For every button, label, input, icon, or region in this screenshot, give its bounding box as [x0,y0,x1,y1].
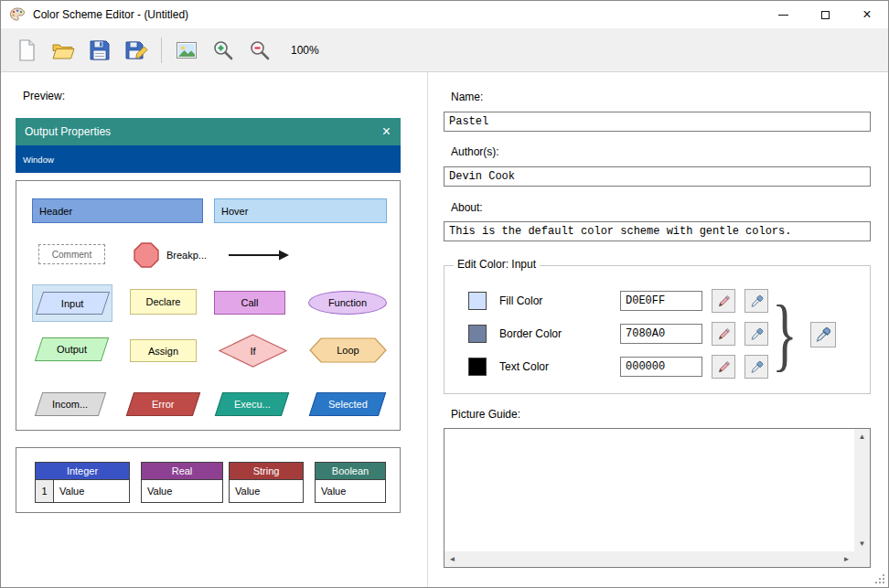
shape-if[interactable]: If [219,334,287,368]
table-real-header[interactable]: Real [142,463,222,480]
fill-color-picker-button[interactable] [744,289,768,313]
toolbar-separator [161,37,162,63]
shape-output[interactable]: Output [35,337,109,361]
shape-error[interactable]: Error [126,392,200,416]
shape-declare-label: Declare [146,296,181,307]
app-icon [9,6,26,23]
zoom-in-icon [211,38,235,62]
new-document-icon [15,38,38,62]
open-folder-icon [51,38,75,62]
table-real[interactable]: Real Value [141,462,223,503]
edit-color-group: Edit Color: Input Fill Color Border Colo… [444,265,871,394]
picture-guide-area[interactable]: ▲ ▼ ◄ ► [444,428,871,568]
table-integer[interactable]: Integer 1 Value [35,462,130,503]
all-colors-picker-button[interactable] [810,322,836,347]
table-real-value[interactable]: Value [142,480,222,502]
close-button[interactable]: × [846,1,888,28]
table-boolean-value[interactable]: Value [316,480,385,502]
table-boolean[interactable]: Boolean Value [315,462,386,503]
name-input[interactable] [444,112,871,132]
close-icon: × [862,7,871,22]
shape-function[interactable]: Function [308,291,387,315]
preview-label: Preview: [23,90,65,102]
fill-color-input[interactable] [620,291,702,311]
preview-close-icon[interactable]: × [382,124,391,139]
shape-comment[interactable]: Comment [38,244,105,264]
window-controls: × [762,1,888,28]
table-string[interactable]: String Value [229,462,304,503]
save-as-button[interactable] [118,32,155,69]
text-color-input[interactable] [620,357,702,377]
shape-hover[interactable]: Hover [214,198,387,223]
eyedropper-icon [750,327,764,341]
zoom-out-icon [248,38,272,62]
name-label: Name: [451,91,483,103]
horizontal-scrollbar[interactable]: ◄ ► [444,551,854,567]
vertical-scrollbar[interactable]: ▲ ▼ [854,429,870,551]
scroll-down-icon[interactable]: ▼ [854,536,870,551]
scroll-right-icon[interactable]: ► [839,551,854,567]
table-preview: Integer 1 Value Real Value String Value … [16,447,401,513]
shape-function-label: Function [328,297,367,308]
about-label: About: [451,201,483,214]
shape-assign-label: Assign [148,346,178,357]
table-string-value[interactable]: Value [230,480,303,502]
shapes-preview: Header Hover Comment Breakp... Input [16,180,401,431]
table-boolean-header[interactable]: Boolean [316,463,385,480]
shape-call[interactable]: Call [214,291,285,315]
about-input[interactable] [444,221,871,241]
shape-execution[interactable]: Execu... [215,392,289,416]
shape-breakpoint[interactable] [134,242,159,268]
shape-loop-label: Loop [309,337,387,363]
table-integer-header[interactable]: Integer [36,463,129,480]
border-color-edit-button[interactable] [712,322,735,346]
table-string-header[interactable]: String [230,463,303,480]
authors-label: Author(s): [451,145,499,158]
shape-input[interactable]: Input [36,292,110,315]
shape-if-label: If [219,334,287,368]
border-color-input[interactable] [620,324,702,344]
maximize-icon [821,11,830,19]
zoom-out-button[interactable] [241,32,278,69]
preview-window: Output Properties × Window [16,118,401,173]
shape-input-selection[interactable]: Input [32,284,112,322]
export-image-icon [175,38,198,62]
preview-titlebar[interactable]: Output Properties × [16,118,401,145]
panel-divider [427,72,428,587]
scroll-left-icon[interactable]: ◄ [444,551,460,567]
save-button[interactable] [81,32,118,69]
preview-window-bar[interactable]: Window [16,145,401,173]
connector-arrow[interactable] [228,248,290,262]
fill-color-edit-button[interactable] [712,289,735,313]
shape-incomplete[interactable]: Incom... [35,392,106,416]
export-image-button[interactable] [168,32,205,69]
edit-pencil-icon [717,294,731,308]
scroll-up-icon[interactable]: ▲ [854,429,870,444]
open-button[interactable] [45,32,81,69]
fill-color-label: Fill Color [499,294,542,307]
shape-header[interactable]: Header [32,198,203,223]
text-color-edit-button[interactable] [712,355,735,379]
text-color-swatch [468,358,487,376]
table-integer-value[interactable]: Value [54,480,129,502]
toolbar: 100% [1,28,888,72]
shape-loop[interactable]: Loop [309,337,387,363]
table-integer-rownum[interactable]: 1 [36,480,54,502]
new-button[interactable] [8,32,45,69]
shape-selected[interactable]: Selected [309,392,386,416]
shape-declare[interactable]: Declare [130,289,197,315]
zoom-in-button[interactable] [205,32,241,69]
titlebar: Color Scheme Editor - (Untitled) × [1,1,888,28]
maximize-button[interactable] [804,1,846,28]
edit-color-legend: Edit Color: Input [454,258,540,271]
resize-grip[interactable] [873,572,885,584]
minimize-button[interactable] [762,1,804,28]
minimize-icon [778,15,788,16]
text-color-picker-button[interactable] [744,355,768,379]
authors-input[interactable] [444,166,871,187]
border-color-picker-button[interactable] [744,322,768,346]
shape-assign[interactable]: Assign [130,339,197,362]
fill-color-swatch [468,292,487,310]
shape-selected-label: Selected [328,399,368,410]
text-color-label: Text Color [499,360,549,373]
